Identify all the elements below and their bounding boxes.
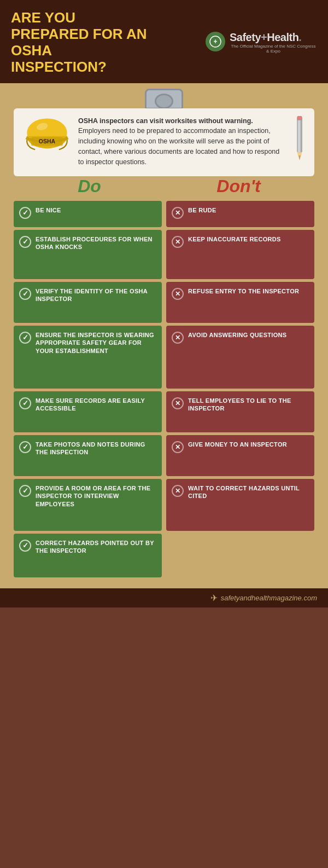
x-icon <box>172 236 184 248</box>
x-icon <box>172 332 184 344</box>
dont-item: TELL EMPLOYEES TO LIE TO THE INSPECTOR <box>166 391 314 432</box>
check-icon <box>19 540 31 552</box>
footer-icon: ✈ <box>210 593 218 603</box>
clipboard-body-text: Employers need to be prepared to accommo… <box>78 127 279 165</box>
check-icon <box>19 397 31 409</box>
dont-item-text: GIVE MONEY TO AN INSPECTOR <box>188 441 287 449</box>
check-icon <box>19 441 31 453</box>
do-dont-headers: Do Don't <box>14 176 314 196</box>
do-dont-columns: BE NICE ESTABLISH PROCEDURES FOR WHEN OS… <box>14 201 314 577</box>
dont-item-text: BE RUDE <box>188 206 216 215</box>
column-spacer <box>166 534 314 577</box>
do-item-text: VERIFY THE IDENTITY OF THE OSHA INSPECTO… <box>36 287 156 304</box>
footer-website: safetyandhealthmagazine.com <box>221 594 317 602</box>
do-item-text: BE NICE <box>36 206 61 215</box>
do-item: TAKE PHOTOS AND NOTES DURING THE INSPECT… <box>14 435 162 476</box>
dont-item: WAIT TO CORRECT HAZARDS UNTIL CITED <box>166 479 314 531</box>
do-item-text: TAKE PHOTOS AND NOTES DURING THE INSPECT… <box>36 441 156 457</box>
dont-item: AVOID ANSWERING QUESTIONS <box>166 326 314 389</box>
do-item: VERIFY THE IDENTITY OF THE OSHA INSPECTO… <box>14 282 162 323</box>
page-title: ARE YOU PREPARED FOR AN OSHA INSPECTION? <box>11 10 148 76</box>
check-icon <box>19 485 31 497</box>
do-item: BE NICE <box>14 201 162 227</box>
dont-item: BE RUDE <box>166 201 314 227</box>
magazine-logo: + Safety+Health. The Official Magazine o… <box>206 31 317 54</box>
do-item: ENSURE THE INSPECTOR IS WEARING APPROPRI… <box>14 326 162 389</box>
check-icon <box>19 236 31 248</box>
x-icon <box>172 207 184 219</box>
do-item: CORRECT HAZARDS POINTED OUT BY THE INSPE… <box>14 534 162 577</box>
do-header-label: Do <box>15 176 164 196</box>
dont-item-text: WAIT TO CORRECT HAZARDS UNTIL CITED <box>188 484 309 501</box>
logo-text: Safety+Health. <box>230 31 317 44</box>
do-item-text: PROVIDE A ROOM OR AREA FOR THE INSPECTOR… <box>36 484 156 509</box>
dont-item-text: TELL EMPLOYEES TO LIE TO THE INSPECTOR <box>188 397 309 413</box>
pencil-image <box>294 116 306 167</box>
svg-rect-10 <box>297 116 302 120</box>
check-icon <box>19 288 31 300</box>
x-icon <box>172 288 184 300</box>
svg-rect-7 <box>297 117 302 152</box>
do-item-text: ESTABLISH PROCEDURES FOR WHEN OSHA KNOCK… <box>36 235 156 252</box>
check-icon <box>19 207 31 219</box>
dont-item-text: REFUSE ENTRY TO THE INSPECTOR <box>188 287 299 296</box>
logo-circle-icon: + <box>206 32 225 51</box>
do-item-text: ENSURE THE INSPECTOR IS WEARING APPROPRI… <box>36 331 156 356</box>
do-item: ESTABLISH PROCEDURES FOR WHEN OSHA KNOCK… <box>14 230 162 279</box>
x-icon <box>172 485 184 497</box>
dont-column: BE RUDE KEEP INACCURATE RECORDS REFUSE E… <box>166 201 314 577</box>
clipboard-clip <box>145 89 183 109</box>
x-icon <box>172 397 184 409</box>
page-header: ARE YOU PREPARED FOR AN OSHA INSPECTION?… <box>0 0 328 83</box>
helmet-image: OSHA <box>22 116 72 154</box>
do-item-text: MAKE SURE RECORDS ARE EASILY ACCESSIBLE <box>36 397 156 413</box>
dont-item: GIVE MONEY TO AN INSPECTOR <box>166 435 314 476</box>
logo-tagline: The Official Magazine of the NSC Congres… <box>230 44 317 54</box>
dont-item: REFUSE ENTRY TO THE INSPECTOR <box>166 282 314 323</box>
page-footer: ✈ safetyandhealthmagazine.com <box>0 588 328 607</box>
do-column: BE NICE ESTABLISH PROCEDURES FOR WHEN OS… <box>14 201 162 577</box>
clipboard-board: OSHA OSHA inspectors can visit worksites… <box>14 108 314 176</box>
dont-item: KEEP INACCURATE RECORDS <box>166 230 314 279</box>
svg-text:OSHA: OSHA <box>39 137 56 144</box>
clipboard-bold-text: OSHA inspectors can visit worksites with… <box>78 117 253 125</box>
dont-header-label: Don't <box>164 176 313 196</box>
check-icon <box>19 332 31 344</box>
dont-item-text: AVOID ANSWERING QUESTIONS <box>188 331 286 339</box>
dont-item-text: KEEP INACCURATE RECORDS <box>188 235 281 244</box>
do-item-text: CORRECT HAZARDS POINTED OUT BY THE INSPE… <box>36 539 156 555</box>
do-item: MAKE SURE RECORDS ARE EASILY ACCESSIBLE <box>14 391 162 432</box>
svg-text:+: + <box>213 38 217 45</box>
x-icon <box>172 441 184 453</box>
do-item: PROVIDE A ROOM OR AREA FOR THE INSPECTOR… <box>14 479 162 531</box>
clipboard-area: OSHA OSHA inspectors can visit worksites… <box>0 83 328 588</box>
clipboard-description: OSHA inspectors can visit worksites with… <box>78 116 287 167</box>
